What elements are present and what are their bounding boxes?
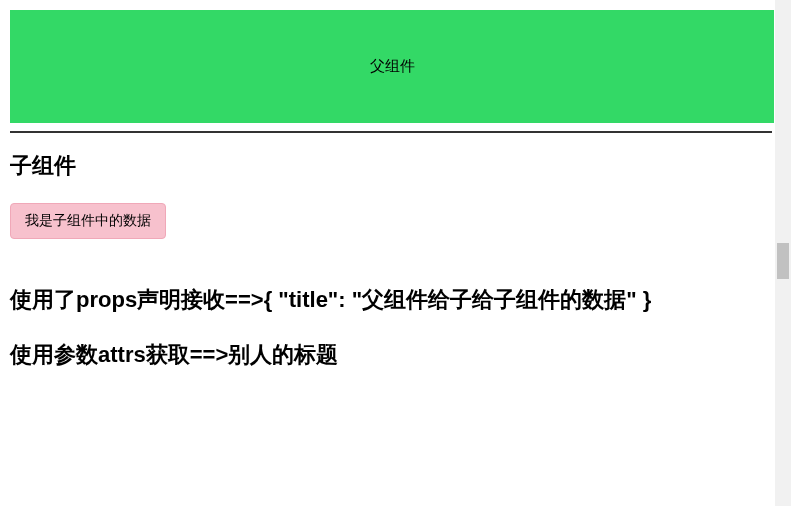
child-component-section: 子组件 我是子组件中的数据 使用了props声明接收==>{ "title": … <box>0 151 775 371</box>
scrollbar-up-button[interactable] <box>775 0 791 16</box>
scrollbar-down-button[interactable] <box>775 490 791 506</box>
scrollbar-thumb[interactable] <box>777 243 789 279</box>
child-title: 子组件 <box>10 151 765 181</box>
parent-component-header: 父组件 <box>10 10 774 123</box>
section-divider <box>10 131 772 133</box>
scrollbar-track[interactable] <box>775 0 791 506</box>
child-data-button[interactable]: 我是子组件中的数据 <box>10 203 166 239</box>
parent-label: 父组件 <box>370 57 415 76</box>
attrs-output-text: 使用参数attrs获取==>别人的标题 <box>10 338 765 371</box>
props-output-text: 使用了props声明接收==>{ "title": "父组件给子给子组件的数据"… <box>10 283 765 316</box>
content-area: 父组件 子组件 我是子组件中的数据 使用了props声明接收==>{ "titl… <box>0 10 775 371</box>
